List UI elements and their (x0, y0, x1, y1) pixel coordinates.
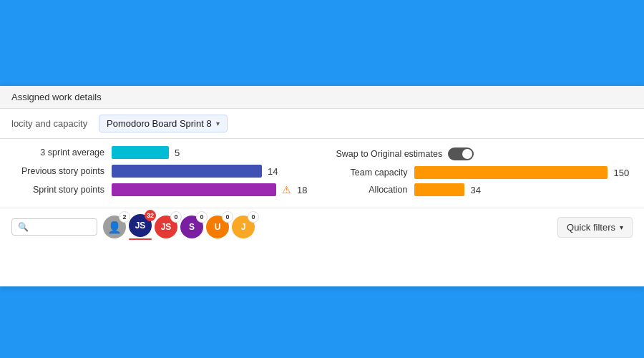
sprint-dropdown[interactable]: Pomodoro Board Sprint 8 ▾ (99, 115, 228, 132)
avatar-wrapper-6: J 0 (232, 216, 255, 238)
swap-row: Swap to Original estimates ✕ (336, 146, 633, 160)
previous-story-bar (112, 165, 262, 178)
avatar-3[interactable]: JS 0 (155, 216, 177, 238)
main-panel: Assigned work details locity and capacit… (0, 86, 644, 286)
chevron-down-icon: ▾ (216, 120, 220, 127)
avatar-1-icon: 👤 (107, 221, 122, 234)
allocation-bar (414, 183, 464, 196)
avatar-wrapper-5: U 0 (206, 216, 229, 238)
avatar-wrapper-4: S 0 (180, 216, 203, 238)
metrics-area: 3 sprint average 5 Previous story points… (0, 139, 644, 208)
sprint-average-value: 5 (175, 147, 180, 158)
sprint-story-bar-container: ⚠ 18 (112, 183, 307, 196)
team-capacity-bar (414, 166, 608, 179)
section-header-text: Assigned work details (11, 92, 102, 102)
avatar-4-initials: S (189, 222, 195, 232)
avatar-1[interactable]: 👤 2 (103, 216, 126, 238)
quick-filters-label: Quick filters (567, 222, 615, 233)
left-metrics: 3 sprint average 5 Previous story points… (11, 146, 307, 200)
team-capacity-value: 150 (613, 168, 629, 178)
bottom-bar: 🔍 👤 2 JS 32 JS (0, 208, 644, 246)
quick-filters-button[interactable]: Quick filters ▾ (557, 217, 633, 238)
avatar-2-initials: JS (135, 221, 146, 231)
allocation-row: Allocation 34 (336, 183, 633, 196)
team-capacity-bar-container: 150 (414, 166, 633, 179)
swap-toggle[interactable]: ✕ (448, 147, 474, 160)
sprint-dropdown-label: Pomodoro Board Sprint 8 (107, 118, 212, 129)
avatar-wrapper-1: 👤 2 (103, 216, 126, 238)
avatar-6-badge: 0 (248, 211, 259, 223)
avatar-5-initials: U (215, 222, 221, 232)
allocation-label: Allocation (336, 185, 407, 195)
search-icon: 🔍 (18, 222, 29, 232)
avatar-5[interactable]: U 0 (206, 216, 229, 238)
avatar-2-underline (129, 238, 152, 240)
previous-story-row: Previous story points 14 (11, 165, 307, 178)
allocation-bar-container: 34 (414, 183, 633, 196)
swap-label: Swap to Original estimates (336, 149, 442, 159)
sprint-story-bar (112, 183, 276, 196)
quick-filters-chevron-icon: ▾ (620, 223, 623, 231)
team-capacity-label: Team capacity (336, 168, 407, 178)
avatar-wrapper-2: JS 32 (129, 214, 152, 240)
avatar-6-initials: J (241, 222, 246, 232)
sprint-average-bar (112, 146, 169, 159)
previous-story-label: Previous story points (11, 166, 104, 176)
avatar-4[interactable]: S 0 (180, 216, 203, 238)
velocity-row: locity and capacity Pomodoro Board Sprin… (0, 109, 644, 139)
team-capacity-row: Team capacity 150 (336, 166, 633, 179)
avatar-6[interactable]: J 0 (232, 216, 255, 238)
avatar-group: 👤 2 JS 32 JS 0 (103, 214, 255, 240)
previous-story-bar-container: 14 (112, 165, 307, 178)
avatar-2[interactable]: JS 32 (129, 214, 152, 237)
allocation-value: 34 (470, 185, 480, 195)
avatar-wrapper-3: JS 0 (155, 216, 177, 238)
previous-story-value: 14 (268, 166, 278, 177)
avatar-3-initials: JS (161, 222, 172, 232)
sprint-story-row: Sprint story points ⚠ 18 (11, 183, 307, 196)
velocity-label: locity and capacity (11, 118, 90, 129)
right-metrics: Swap to Original estimates ✕ Team capaci… (336, 146, 633, 200)
sprint-average-bar-container: 5 (112, 146, 307, 159)
search-box[interactable]: 🔍 (11, 218, 97, 236)
sprint-story-label: Sprint story points (11, 185, 104, 195)
sprint-average-label: 3 sprint average (11, 147, 104, 158)
section-header: Assigned work details (0, 86, 644, 109)
warning-icon: ⚠ (282, 184, 291, 195)
sprint-average-row: 3 sprint average 5 (11, 146, 307, 159)
sprint-story-value: 18 (297, 185, 307, 195)
